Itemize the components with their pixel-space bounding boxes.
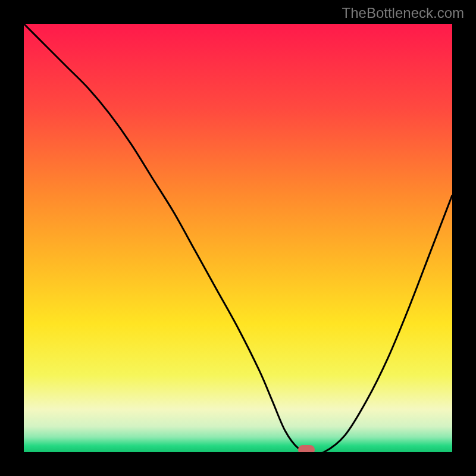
plot-area [24, 24, 452, 452]
optimal-marker [298, 445, 315, 452]
curve-layer [24, 24, 452, 452]
bottleneck-curve [24, 24, 452, 452]
watermark-text: TheBottleneck.com [342, 5, 464, 21]
chart-stage: TheBottleneck.com [0, 0, 476, 476]
